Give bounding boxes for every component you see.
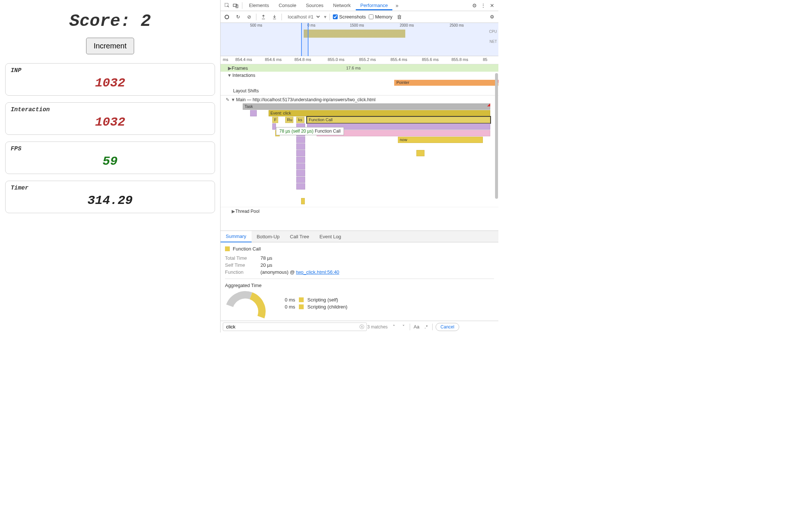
record-icon[interactable] <box>223 13 231 21</box>
cpu-label: CPU <box>489 30 497 34</box>
dtab-event-log[interactable]: Event Log <box>314 231 347 242</box>
metric-card-inp: INP 1032 <box>5 63 215 96</box>
ruler-tick: 1500 ms <box>350 23 364 27</box>
flame-now[interactable]: now <box>398 137 483 143</box>
perf-settings-icon[interactable]: ⚙ <box>488 13 496 21</box>
divider <box>432 324 433 330</box>
flame-bar[interactable] <box>296 150 305 156</box>
clear-icon[interactable]: ⊘ <box>245 13 253 21</box>
timeline-tracks[interactable]: ▶ Frames 17.6 ms ▼ Interactions Pointer … <box>221 64 498 231</box>
perf-overview[interactable]: 500 ms 0 ms 1500 ms 2000 ms 2500 ms CPU … <box>221 23 498 56</box>
screenshots-checkbox[interactable]: Screenshots <box>333 14 366 20</box>
ruler-tick: 500 ms <box>250 23 262 27</box>
scrollbar[interactable] <box>495 64 498 231</box>
settings-icon[interactable]: ⚙ <box>470 1 478 10</box>
overview-viewport-handle[interactable] <box>301 23 308 56</box>
gc-icon[interactable] <box>395 13 403 21</box>
flame-fn[interactable]: Ru <box>285 117 293 123</box>
inspect-icon[interactable] <box>223 1 231 10</box>
search-input[interactable] <box>223 323 367 331</box>
metric-label: Interaction <box>11 106 209 113</box>
flame-bar[interactable] <box>416 150 424 156</box>
flame-bar[interactable] <box>296 183 305 190</box>
regex-icon[interactable]: .* <box>423 324 429 330</box>
memory-checkbox[interactable]: Memory <box>369 14 392 20</box>
ruler-tick: 2000 ms <box>400 23 414 27</box>
kebab-icon[interactable]: ⋮ <box>479 1 487 10</box>
flame-task[interactable]: Task <box>243 103 490 110</box>
divider <box>282 14 282 20</box>
pointer-event-bar[interactable]: Pointer <box>394 80 498 86</box>
more-tabs-icon[interactable]: » <box>393 1 401 10</box>
reload-record-icon[interactable]: ↻ <box>234 13 242 21</box>
frames-track[interactable]: ▶ Frames 17.6 ms <box>221 64 498 72</box>
increment-button[interactable]: Increment <box>86 38 134 54</box>
chevron-down-icon[interactable]: ▼ <box>227 73 231 78</box>
function-source-link[interactable]: two_click.html:56:40 <box>296 269 339 275</box>
kv-total-time: Total Time 78 µs <box>225 255 494 261</box>
match-case-icon[interactable]: Aa <box>413 324 420 330</box>
upload-icon[interactable] <box>259 13 267 21</box>
chevron-right-icon[interactable]: ▶ <box>232 209 235 214</box>
devtools-pane: Elements Console Sources Network Perform… <box>220 0 498 332</box>
cancel-button[interactable]: Cancel <box>436 323 459 331</box>
color-swatch-icon <box>225 246 230 251</box>
session-select[interactable]: localhost #1 <box>285 13 321 21</box>
score-heading: Score: 2 <box>5 12 215 31</box>
metric-card-timer: Timer 314.29 <box>5 181 215 213</box>
tab-network[interactable]: Network <box>329 0 355 10</box>
divider <box>242 2 242 9</box>
dtab-summary[interactable]: Summary <box>221 231 252 242</box>
screenshots-input[interactable] <box>333 14 338 19</box>
close-icon[interactable]: ✕ <box>488 1 496 10</box>
flame-event-click[interactable]: Event: click <box>269 110 490 116</box>
metric-value: 59 <box>11 154 209 168</box>
flame-function-call[interactable]: Function Call <box>307 117 490 123</box>
flame-chart[interactable]: Task Event: click F Ru ks Function Call … <box>221 103 498 207</box>
download-icon[interactable] <box>270 13 279 21</box>
perf-search-bar: ⓧ 3 matches ˄ ˅ Aa .* Cancel <box>221 321 498 332</box>
timeline-ruler[interactable]: ms 854.4 ms 854.6 ms 854.8 ms 855.0 ms 8… <box>221 56 498 64</box>
flame-bar[interactable] <box>296 157 305 163</box>
edit-icon[interactable]: ✎ <box>226 97 229 102</box>
scrollbar-thumb[interactable] <box>495 73 498 199</box>
memory-input[interactable] <box>369 14 374 19</box>
perf-toolbar: ↻ ⊘ localhost #1 ▾ Screenshots Memory ⚙ <box>221 11 498 23</box>
layout-shifts-row[interactable]: Layout Shifts <box>221 86 498 95</box>
tab-performance[interactable]: Performance <box>356 0 392 10</box>
color-swatch-icon <box>299 297 304 302</box>
chevron-down-icon[interactable]: ▼ <box>231 97 235 102</box>
agg-row: 0 ms Scripting (self) <box>277 297 347 303</box>
dtab-bottom-up[interactable]: Bottom-Up <box>252 231 285 242</box>
flame-bar[interactable] <box>301 198 305 204</box>
flame-bar[interactable] <box>296 137 305 143</box>
flame-fn[interactable]: F <box>272 117 278 123</box>
flame-fn[interactable]: ks <box>296 117 304 123</box>
flame-bar[interactable] <box>296 170 305 176</box>
flame-bar[interactable] <box>296 163 305 170</box>
tab-elements[interactable]: Elements <box>245 0 273 10</box>
device-toggle-icon[interactable] <box>232 1 240 10</box>
dtab-call-tree[interactable]: Call Tree <box>285 231 314 242</box>
clear-search-icon[interactable]: ⓧ <box>359 324 364 330</box>
ruler-tick: 855.8 ms <box>451 57 468 62</box>
metric-value: 314.29 <box>11 194 209 208</box>
flame-bar[interactable] <box>296 143 305 150</box>
interactions-header[interactable]: ▼ Interactions <box>221 72 498 79</box>
ruler-tick: 855.0 ms <box>328 57 344 62</box>
color-swatch-icon <box>299 304 304 309</box>
flame-bar[interactable] <box>296 177 305 183</box>
next-match-icon[interactable]: ˅ <box>400 324 407 330</box>
ruler-tick: 854.8 ms <box>294 57 311 62</box>
chevron-right-icon[interactable]: ▶ <box>228 65 232 71</box>
tab-console[interactable]: Console <box>274 0 301 10</box>
metric-card-interaction: Interaction 1032 <box>5 102 215 135</box>
tooltip-duration: 78 µs (self 20 µs) <box>279 129 314 134</box>
flame-bar[interactable] <box>250 110 257 116</box>
flame-bar[interactable] <box>272 123 276 130</box>
ruler-tick: 855.6 ms <box>422 57 439 62</box>
main-thread-header[interactable]: ✎ ▼ Main — http://localhost:5173/underst… <box>221 95 498 103</box>
thread-pool-header[interactable]: ▶ Thread Pool <box>221 207 498 215</box>
prev-match-icon[interactable]: ˄ <box>391 324 397 330</box>
tab-sources[interactable]: Sources <box>301 0 328 10</box>
